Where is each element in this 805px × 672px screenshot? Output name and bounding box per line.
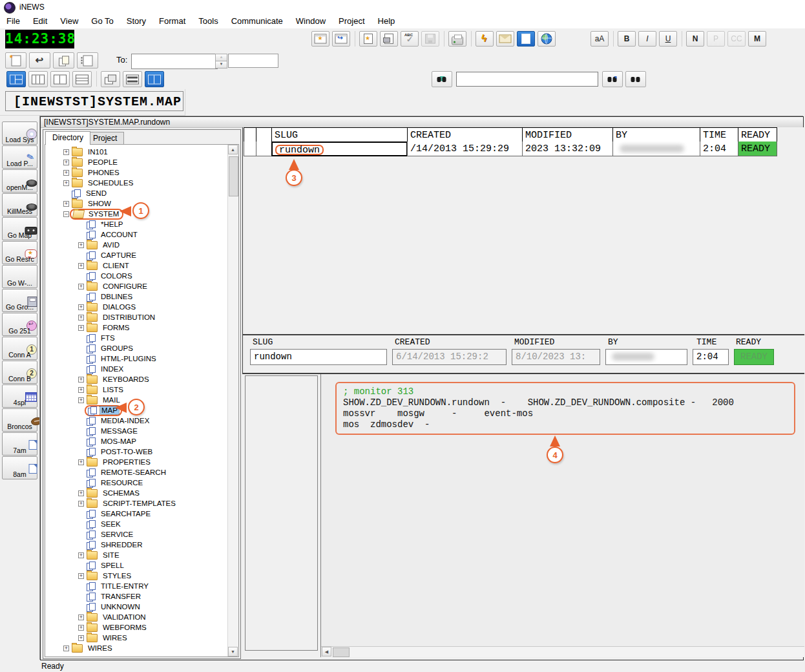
- cell-modified[interactable]: 2023 13:32:09: [522, 142, 613, 156]
- sidebar-go-w-button[interactable]: Go W-...: [2, 265, 37, 288]
- expand-icon[interactable]: +: [78, 304, 84, 310]
- menu-communicate[interactable]: Communicate: [225, 14, 289, 28]
- collapse-icon[interactable]: −: [63, 211, 69, 217]
- expand-icon[interactable]: +: [78, 625, 84, 631]
- tree-item-index[interactable]: INDEX: [52, 364, 228, 374]
- find-next-button[interactable]: [602, 71, 623, 87]
- format-cc-button[interactable]: CC: [727, 31, 746, 47]
- sidebar-4spl-button[interactable]: 4spl: [2, 384, 37, 408]
- search-input[interactable]: [456, 72, 598, 87]
- layout-columns-button[interactable]: [28, 71, 48, 87]
- reply-button[interactable]: [29, 52, 50, 68]
- sidebar-go-gro-button[interactable]: Go Gro...: [2, 289, 37, 312]
- tree-item-seek[interactable]: SEEK: [52, 519, 228, 529]
- sidebar-killmess-button[interactable]: KillMess: [2, 193, 37, 216]
- tree-item-mos-map[interactable]: MOS-MAP: [52, 436, 228, 446]
- expand-icon[interactable]: +: [63, 646, 69, 651]
- expand-icon[interactable]: +: [78, 325, 84, 331]
- find-button[interactable]: [625, 71, 646, 87]
- sidebar-8am-button[interactable]: 8am: [2, 456, 37, 479]
- tree-item-styles[interactable]: +STYLES: [52, 571, 228, 581]
- tree-item-searchtape[interactable]: SEARCHTAPE: [52, 509, 228, 519]
- tree-item-in101[interactable]: +IN101: [52, 147, 228, 157]
- tree-item-site[interactable]: +SITE: [52, 550, 228, 560]
- new-page-button[interactable]: [5, 52, 26, 68]
- scroll-up-icon[interactable]: ▲: [228, 145, 238, 154]
- menu-tools[interactable]: Tools: [192, 14, 224, 28]
- tree-item-help[interactable]: *HELP: [52, 219, 228, 229]
- format-aa-button[interactable]: aA: [591, 31, 609, 47]
- expand-icon[interactable]: +: [78, 501, 84, 507]
- expand-icon[interactable]: +: [78, 242, 84, 248]
- tree-item-remote-search[interactable]: REMOTE-SEARCH: [52, 467, 228, 478]
- sidebar-openm-button[interactable]: openM...: [2, 169, 37, 193]
- spellcheck-button[interactable]: [401, 31, 419, 47]
- cell-created[interactable]: /14/2013 15:29:29: [407, 142, 523, 156]
- expand-icon[interactable]: +: [78, 614, 84, 620]
- tree-item-dblines[interactable]: DBLINES: [52, 291, 228, 302]
- tree-item-groups[interactable]: GROUPS: [52, 343, 228, 353]
- scrollbar-thumb[interactable]: [229, 156, 238, 196]
- format-b-button[interactable]: B: [618, 31, 636, 47]
- sidebar-go-resrc-button[interactable]: Go Resrc: [2, 241, 37, 264]
- expand-icon[interactable]: +: [78, 387, 84, 393]
- tree-item-properties[interactable]: +PROPERTIES: [52, 457, 228, 467]
- format-m-button[interactable]: M: [748, 31, 766, 47]
- tree-item-colors[interactable]: COLORS: [52, 271, 228, 281]
- tree-item-keyboards[interactable]: +KEYBOARDS: [52, 374, 228, 384]
- expand-icon[interactable]: +: [78, 284, 84, 289]
- tree-item-people[interactable]: +PEOPLE: [52, 157, 228, 167]
- expand-icon[interactable]: +: [78, 377, 84, 383]
- expand-icon[interactable]: +: [78, 552, 84, 558]
- story-editor-pane[interactable]: ; monitor 313SHOW.ZD_DEV_RUNDOWN.rundown…: [320, 374, 804, 657]
- tree-item-html-plugins[interactable]: HTML-PLUGINS: [52, 353, 228, 364]
- tree-item-fts[interactable]: FTS: [52, 333, 228, 343]
- scroll-down-icon[interactable]: ▼: [228, 647, 238, 656]
- print-preview-button[interactable]: [380, 31, 398, 47]
- expand-icon[interactable]: +: [63, 149, 69, 155]
- sidebar-load-p-button[interactable]: Load P...: [2, 145, 37, 169]
- sidebar-go-251-button[interactable]: Go 251: [2, 313, 37, 336]
- expand-icon[interactable]: +: [78, 635, 84, 641]
- mail-button[interactable]: [496, 31, 514, 47]
- tree-item-title-entry[interactable]: TITLE-ENTRY: [52, 581, 228, 591]
- tree-item-dialogs[interactable]: +DIALOGS: [52, 302, 228, 312]
- menu-project[interactable]: Project: [332, 14, 371, 28]
- menu-help[interactable]: Help: [371, 14, 402, 28]
- row-selector-cell[interactable]: [256, 142, 272, 156]
- sidebar-go-map-button[interactable]: Go Map: [2, 217, 37, 240]
- open-window-button[interactable]: [332, 31, 350, 47]
- urgent-wire-button[interactable]: [476, 31, 494, 47]
- tree-item-script-templates[interactable]: +SCRIPT-TEMPLATES: [52, 498, 228, 509]
- browser-button[interactable]: [538, 31, 556, 47]
- form-slug-field[interactable]: rundown: [250, 349, 387, 365]
- menu-go-to[interactable]: Go To: [85, 14, 120, 28]
- tree-item-send[interactable]: SEND: [52, 188, 228, 198]
- tree-item-avid[interactable]: +AVID: [52, 240, 228, 250]
- tab-project[interactable]: Project: [86, 132, 124, 145]
- format-u-button[interactable]: U: [659, 31, 677, 47]
- story-panel-button[interactable]: [517, 31, 535, 47]
- expand-icon[interactable]: +: [63, 201, 69, 207]
- layout-rows-button[interactable]: [72, 71, 92, 87]
- menu-story[interactable]: Story: [120, 14, 152, 28]
- tree-item-forms[interactable]: +FORMS: [52, 322, 228, 333]
- editor-hscrollbar[interactable]: ◀: [321, 646, 804, 657]
- row-selector-cell[interactable]: [244, 142, 256, 156]
- tree-item-lists[interactable]: +LISTS: [52, 384, 228, 395]
- tree-item-capture[interactable]: CAPTURE: [52, 250, 228, 260]
- cell-by[interactable]: [612, 142, 700, 156]
- save-button[interactable]: [421, 31, 439, 47]
- monitor-config-text[interactable]: ; monitor 313SHOW.ZD_DEV_RUNDOWN.rundown…: [335, 382, 795, 435]
- tree-item-webforms[interactable]: +WEBFORMS: [52, 622, 228, 633]
- sidebar-7am-button[interactable]: 7am: [2, 432, 37, 456]
- expand-icon[interactable]: +: [78, 490, 84, 496]
- destination-field[interactable]: [228, 54, 278, 68]
- format-p-button[interactable]: P: [707, 31, 725, 47]
- menu-window[interactable]: Window: [289, 14, 332, 28]
- expand-icon[interactable]: +: [63, 180, 69, 186]
- sidebar-broncos-button[interactable]: Broncos: [2, 408, 37, 432]
- menu-file[interactable]: File: [0, 14, 26, 28]
- expand-icon[interactable]: +: [78, 263, 84, 269]
- tree-item-schemas[interactable]: +SCHEMAS: [52, 488, 228, 498]
